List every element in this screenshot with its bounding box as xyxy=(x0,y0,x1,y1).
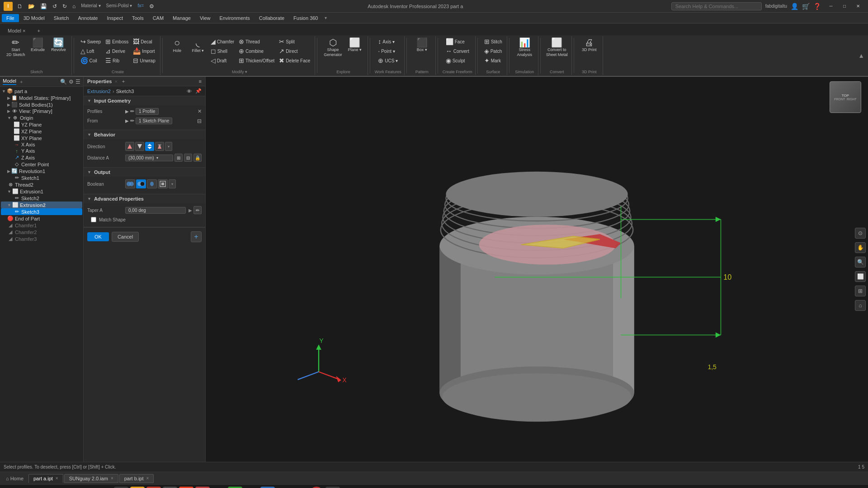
direct-button[interactable]: ↗Direct xyxy=(277,47,312,56)
viewport-hand-icon[interactable]: ✋ xyxy=(855,242,866,253)
tree-item-end-of-part[interactable]: 🔴 End of Part xyxy=(1,215,82,222)
taskbar-3d[interactable]: 3D xyxy=(326,487,340,488)
patch-button[interactable]: ◈Patch xyxy=(482,47,504,56)
ucs-button[interactable]: ⊕UCS ▾ xyxy=(376,56,400,65)
menu-3dmodel[interactable]: 3D Model xyxy=(19,14,49,22)
tree-item-x-axis[interactable]: → X Axis xyxy=(1,141,82,148)
tab-add[interactable]: + xyxy=(31,26,46,35)
menu-manage[interactable]: Manage xyxy=(168,14,195,22)
direction-dropdown[interactable]: ▾ xyxy=(165,142,172,151)
direction-btn-1[interactable] xyxy=(125,142,134,151)
viewport-fit-icon[interactable]: ⊞ xyxy=(855,286,866,296)
tree-item-sketch1[interactable]: ✏ Sketch1 xyxy=(1,174,82,181)
menu-annotate[interactable]: Annotate xyxy=(73,14,102,22)
menu-cam[interactable]: CAM xyxy=(148,14,168,22)
maximize-button[interactable]: □ xyxy=(838,2,851,11)
tree-item-extrusion1[interactable]: ▼ ⬜ Extrusion1 xyxy=(1,188,82,195)
decal-button[interactable]: 🖼Decal xyxy=(131,37,157,46)
viewport-orbit-icon[interactable]: ⊙ xyxy=(855,228,866,239)
viewport-home-icon[interactable]: ⌂ xyxy=(855,300,866,311)
tree-item-z-axis[interactable]: ↗ Z Axis xyxy=(1,154,82,161)
point-button[interactable]: ·Point ▾ xyxy=(376,47,400,56)
tree-item-xz-plane[interactable]: ⬜ XZ Plane xyxy=(1,128,82,135)
input-geometry-header[interactable]: ▼ Input Geometry xyxy=(84,96,205,105)
undo-btn[interactable]: ↺ xyxy=(51,2,59,10)
boolean-dropdown[interactable]: ▾ xyxy=(169,179,176,188)
thicken-button[interactable]: ⊞Thicken/Offset xyxy=(237,56,276,65)
help-icon[interactable]: ❓ xyxy=(813,3,821,10)
boolean-intersect-btn[interactable] xyxy=(147,179,157,188)
tree-item-y-axis[interactable]: ↑ Y Axis xyxy=(1,148,82,154)
taskbar-firefox[interactable]: 🦊 xyxy=(358,487,373,488)
save-btn[interactable]: 💾 xyxy=(38,2,49,10)
tree-item-model-states[interactable]: ▶ 📋 Model States: [Primary] xyxy=(1,94,82,101)
split-button[interactable]: ✂Split xyxy=(277,37,312,46)
tree-item-view[interactable]: ▶ 👁 View: [Primary] xyxy=(1,108,82,114)
taper-a-input[interactable]: 0,00 deg xyxy=(125,207,186,214)
boolean-union-btn[interactable] xyxy=(125,179,135,188)
mark-button[interactable]: ✦Mark xyxy=(482,56,504,65)
tab-part-a-close[interactable]: × xyxy=(56,476,58,481)
redo-btn[interactable]: ↻ xyxy=(61,2,69,10)
properties-add-tab[interactable]: + xyxy=(122,79,125,84)
revolve-button[interactable]: 🔄 Revolve xyxy=(49,37,69,53)
tree-item-sketch3[interactable]: ✏ Sketch3 xyxy=(1,208,82,215)
thread-button[interactable]: ⊗Thread xyxy=(237,37,276,46)
nav-cube[interactable]: TOP FRONT RIGHT xyxy=(830,81,861,113)
tree-item-solid-bodies[interactable]: ▶ ⬛ Solid Bodies(1) xyxy=(1,101,82,108)
search-input[interactable] xyxy=(671,2,762,10)
from-indicator[interactable]: 1 Sketch Plane xyxy=(136,117,172,124)
taskbar-inventor[interactable]: I xyxy=(130,487,145,488)
sidebar-search-icon[interactable]: 🔍 xyxy=(60,79,67,85)
boolean-subtract-btn[interactable] xyxy=(136,179,146,188)
tree-item-sketch2[interactable]: ✏ Sketch2 xyxy=(1,195,82,202)
axis-button[interactable]: ↕Axis ▾ xyxy=(376,37,400,46)
distance-subtract-btn[interactable]: ⊟ xyxy=(184,154,192,162)
viewport[interactable]: 10 1,5 Y X TOP FRONT RIGHT xyxy=(206,77,868,462)
tree-item-origin[interactable]: ▼ ⊕ Origin xyxy=(1,114,82,121)
boolean-new-body-btn[interactable] xyxy=(158,179,168,188)
output-header[interactable]: ▼ Output xyxy=(84,168,205,177)
breadcrumb-parent[interactable]: Extrusion2 xyxy=(87,89,111,94)
tree-item-thread2[interactable]: ⊗ Thread2 xyxy=(1,181,82,188)
tree-item-revolution1[interactable]: ▶ 🔄 Revolution1 xyxy=(1,168,82,174)
settings-btn[interactable]: ⚙ xyxy=(147,2,156,10)
fx-btn[interactable]: fx= xyxy=(136,2,146,10)
cancel-button[interactable]: Cancel xyxy=(112,232,139,242)
taskbar-browser[interactable]: 🌐 xyxy=(212,487,226,488)
distance-lock-btn[interactable]: 🔒 xyxy=(193,154,202,162)
chamfer-button[interactable]: ◢Chamfer xyxy=(209,37,236,46)
extrude-button[interactable]: ⬛ Extrude xyxy=(28,37,48,53)
taskbar-ps[interactable]: Ps xyxy=(260,487,275,488)
distance-a-input[interactable]: (30,000 mm) ▾ xyxy=(125,155,173,161)
tab-part-b[interactable]: part b.ipt × xyxy=(119,474,154,483)
tab-part-b-close[interactable]: × xyxy=(146,476,149,481)
taskbar-paint[interactable]: 🎨 xyxy=(277,487,291,488)
taskbar-screen[interactable]: 🖥 xyxy=(244,487,259,488)
menu-environments[interactable]: Environments xyxy=(215,14,255,22)
profiles-clear-btn[interactable]: ✕ xyxy=(198,108,202,114)
pin-icon[interactable]: 📌 xyxy=(195,88,202,94)
taper-a-edit-btn[interactable]: ✏ xyxy=(193,206,202,214)
taskbar-files[interactable]: 📂 xyxy=(293,487,307,488)
home-btn[interactable]: ⌂ xyxy=(71,2,77,10)
menu-inspect[interactable]: Inspect xyxy=(103,14,127,22)
material-dropdown[interactable]: Material ▾ xyxy=(79,2,102,10)
start-2d-sketch-button[interactable]: ✏ Start2D Sketch xyxy=(5,37,27,58)
tree-item-extrusion2[interactable]: ▼ ⬜ Extrusion2 xyxy=(1,202,82,208)
shell-button[interactable]: ◻Shell xyxy=(209,47,236,56)
coil-button[interactable]: 🌀Coil xyxy=(79,56,103,65)
add-button[interactable]: + xyxy=(191,231,202,242)
tree-item-part-a[interactable]: ▼ 📦 part a xyxy=(1,88,82,94)
combine-button[interactable]: ⊕Combine xyxy=(237,47,276,56)
taskbar-info[interactable]: i xyxy=(309,487,324,488)
behavior-header[interactable]: ▼ Behavior xyxy=(84,130,205,139)
finish-dropdown[interactable]: Semi-Polisl ▾ xyxy=(104,2,134,10)
menu-tools[interactable]: Tools xyxy=(127,14,148,22)
visibility-toggle[interactable]: 👁 xyxy=(187,89,192,94)
tree-item-chamfer1[interactable]: ◢ Chamfer1 xyxy=(1,222,82,229)
taskbar-chrome[interactable]: 🌐 xyxy=(374,487,389,488)
taskbar-explorer[interactable]: 📁 xyxy=(98,487,112,488)
plane-button[interactable]: ⬜ Plane ▾ xyxy=(345,37,365,53)
face-button[interactable]: ⬜Face xyxy=(444,37,471,46)
